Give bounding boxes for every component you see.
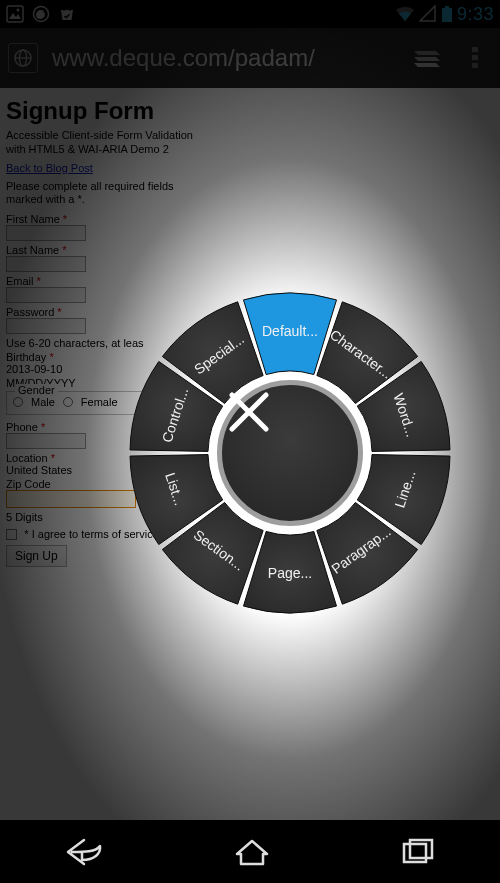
svg-rect-11: [472, 63, 478, 68]
overflow-menu-icon[interactable]: [458, 43, 492, 73]
radial-close-button[interactable]: [217, 380, 363, 526]
url-bar[interactable]: www.deque.com/padam/: [52, 44, 396, 72]
shopping-notification-icon: [58, 5, 76, 23]
female-radio[interactable]: [63, 397, 73, 407]
female-label: Female: [81, 396, 118, 408]
zip-field[interactable]: [6, 490, 136, 508]
phone-field[interactable]: [6, 433, 86, 449]
first-name-label: First Name *: [6, 213, 494, 225]
svg-rect-9: [472, 47, 478, 52]
page-description: Accessible Client-side Form Validation w…: [6, 129, 494, 157]
terms-checkbox[interactable]: [6, 529, 17, 540]
svg-rect-15: [410, 840, 432, 858]
cell-signal-icon: [419, 5, 437, 23]
sign-up-button[interactable]: Sign Up: [6, 545, 67, 567]
email-label: Email *: [6, 275, 494, 287]
status-left: [6, 5, 76, 23]
last-name-field[interactable]: [6, 256, 86, 272]
tabs-icon[interactable]: [410, 43, 444, 73]
email-field[interactable]: [6, 287, 86, 303]
password-field[interactable]: [6, 318, 86, 334]
image-notification-icon: [6, 5, 24, 23]
status-right: 9:33: [395, 4, 494, 25]
svg-rect-10: [472, 55, 478, 60]
instr-line-1: Please complete all required fields: [6, 180, 174, 192]
first-name-field[interactable]: [6, 225, 86, 241]
back-button[interactable]: [64, 836, 106, 868]
gender-fieldset: Gender Male Female: [6, 391, 146, 415]
svg-rect-0: [7, 6, 23, 22]
desc-line-1: Accessible Client-side Form Validation: [6, 129, 193, 141]
svg-rect-5: [445, 6, 449, 8]
svg-point-2: [17, 9, 20, 12]
gender-legend: Gender: [15, 384, 58, 396]
browser-bar: www.deque.com/padam/: [0, 28, 500, 88]
radial-menu: Default...Character...Word...Line...Para…: [127, 290, 453, 616]
battery-icon: [441, 5, 453, 23]
svg-marker-1: [9, 13, 21, 19]
recents-button[interactable]: [398, 836, 436, 868]
clock: 9:33: [457, 4, 494, 25]
wifi-icon: [395, 5, 415, 23]
instructions: Please complete all required fields mark…: [6, 180, 494, 208]
svg-rect-14: [404, 844, 426, 862]
svg-rect-4: [442, 8, 452, 22]
firefox-notification-icon: [32, 5, 50, 23]
desc-line-2: with HTML5 & WAI-ARIA Demo 2: [6, 143, 169, 155]
male-radio[interactable]: [13, 397, 23, 407]
navigation-bar: [0, 820, 500, 883]
back-to-blog-link[interactable]: Back to Blog Post: [6, 162, 93, 174]
home-button[interactable]: [233, 836, 271, 868]
status-bar: 9:33: [0, 0, 500, 28]
page-title: Signup Form: [6, 97, 494, 125]
site-favicon[interactable]: [8, 43, 38, 73]
male-label: Male: [31, 396, 55, 408]
instr-line-2: marked with a *.: [6, 193, 85, 205]
last-name-label: Last Name *: [6, 244, 494, 256]
